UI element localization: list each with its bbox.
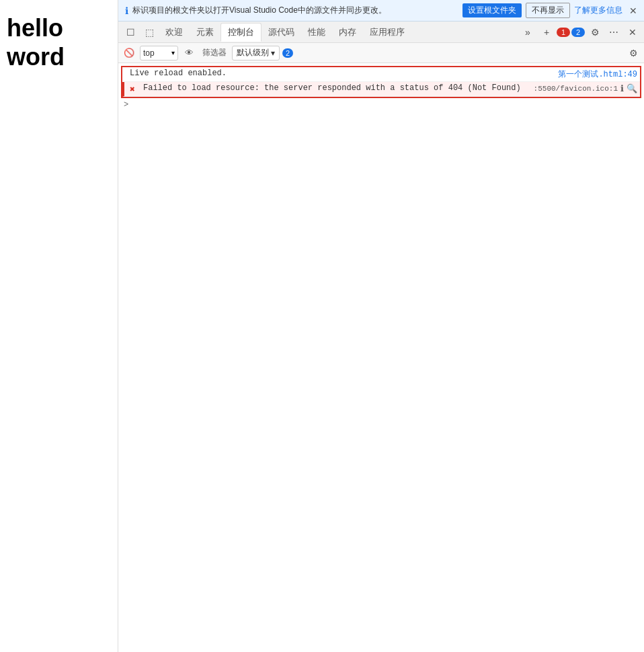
error-icon: ✖ — [130, 84, 140, 95]
infobar: ℹ 标识项目的根文件夹以打开Visual Studio Code中的源文件并同步… — [118, 0, 644, 22]
console-toolbar: 🚫 ▾ 👁 筛选器 默认级别 ▾ 2 ⚙ — [118, 43, 644, 63]
eye-icon[interactable]: 👁 — [181, 45, 197, 61]
level-dropdown[interactable]: 默认级别 ▾ — [232, 46, 280, 60]
console-message-live-reload: Live reload enabled. — [130, 69, 553, 78]
clear-console-button[interactable]: 🚫 — [121, 45, 137, 61]
devtools-inspect-icon[interactable]: ⬚ — [140, 23, 159, 42]
level-label: 默认级别 — [237, 47, 269, 58]
console-content: Live reload enabled. 第一个测试.html:49 ✖ Fai… — [118, 63, 644, 652]
info-icon: ℹ — [125, 5, 128, 16]
sieve-button[interactable]: 筛选器 — [200, 45, 229, 61]
console-rows-highlighted: Live reload enabled. 第一个测试.html:49 ✖ Fai… — [121, 66, 641, 98]
tab-welcome[interactable]: 欢迎 — [159, 23, 190, 42]
dismiss-button[interactable]: 不再显示 — [526, 3, 570, 18]
dropdown-icon[interactable]: ▾ — [171, 49, 175, 56]
error-info-icon[interactable]: ℹ — [620, 83, 624, 94]
tabs-bar: ☐ ⬚ 欢迎 元素 控制台 源代码 性能 内存 应用程序 » + — [118, 22, 644, 43]
devtools-mobile-icon[interactable]: ☐ — [121, 23, 140, 42]
tab-application[interactable]: 应用程序 — [363, 23, 411, 42]
customize-icon[interactable]: ⋯ — [605, 24, 622, 41]
error-row-actions: :5500/favicon.ico:1 ℹ 🔍 — [528, 83, 637, 94]
console-message-error: Failed to load resource: the server resp… — [143, 83, 523, 93]
learn-more-link[interactable]: 了解更多信息 — [574, 5, 622, 16]
settings-icon[interactable]: ⚙ — [586, 24, 604, 41]
close-devtools-icon[interactable]: ✕ — [624, 24, 641, 41]
new-tab-button[interactable]: + — [538, 24, 555, 41]
warning-count-badge: 2 — [571, 28, 585, 37]
tab-sources[interactable]: 源代码 — [261, 23, 301, 42]
set-root-folder-button[interactable]: 设置根文件夹 — [462, 3, 522, 17]
infobar-text: 标识项目的根文件夹以打开Visual Studio Code中的源文件并同步更改… — [132, 5, 458, 16]
console-chevron: > — [124, 100, 128, 110]
chevron-down-icon: ▾ — [271, 48, 275, 58]
devtools-panel: ℹ 标识项目的根文件夹以打开Visual Studio Code中的源文件并同步… — [118, 0, 644, 652]
console-source-link-live-reload[interactable]: 第一个测试.html:49 — [558, 69, 637, 80]
tab-elements[interactable]: 元素 — [190, 23, 220, 42]
filter-input[interactable] — [143, 48, 170, 58]
error-count-badge: 1 — [557, 28, 570, 37]
close-icon[interactable]: ✕ — [629, 5, 637, 16]
console-row-error: ✖ Failed to load resource: the server re… — [122, 82, 640, 97]
console-input-row: > — [118, 98, 644, 112]
page-heading: hello word — [7, 13, 108, 71]
error-source: :5500/favicon.ico:1 — [534, 85, 618, 93]
error-search-icon[interactable]: 🔍 — [627, 83, 637, 94]
sieve-label: 筛选器 — [202, 47, 227, 58]
console-badge-count: 2 — [282, 48, 293, 58]
filter-wrap: ▾ — [140, 46, 178, 60]
console-row-live-reload: Live reload enabled. 第一个测试.html:49 — [122, 67, 640, 82]
page-background: hello word — [0, 0, 114, 85]
tabs-right-group: » + 1 2 ⚙ ⋯ ✕ — [519, 24, 641, 41]
tabs-overflow-button[interactable]: » — [519, 24, 536, 41]
tab-performance[interactable]: 性能 — [301, 23, 332, 42]
tab-console[interactable]: 控制台 — [220, 23, 261, 42]
console-settings-icon[interactable]: ⚙ — [625, 45, 641, 61]
tab-memory[interactable]: 内存 — [332, 23, 363, 42]
